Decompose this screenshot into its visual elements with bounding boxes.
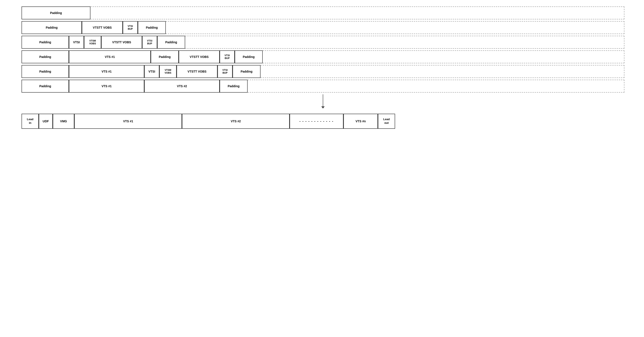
r2-vtsi-bup: VTSI BUP <box>123 21 138 34</box>
bottom-vts2: VTS #2 <box>182 114 290 129</box>
row-1: Padding <box>22 6 624 20</box>
bottom-leadout: Lead out <box>378 114 395 129</box>
bottom-vts1: VTS #1 <box>74 114 182 129</box>
bottom-dots: - - - - - - - - - - - - <box>290 114 344 129</box>
r3-padding2: Padding <box>157 36 185 49</box>
r6-vts1: VTS #1 <box>69 80 144 92</box>
r6-vts2: VTS #2 <box>144 80 220 92</box>
r3-vtsm-vobs: VTSM VOBS <box>84 36 101 49</box>
r1-extension <box>90 6 624 20</box>
arrow-line <box>323 94 323 107</box>
r5-vtsi: VTSI <box>144 65 159 78</box>
r4-vtsi-bup: VTSI BUP <box>220 50 235 63</box>
r6-extension <box>248 80 624 92</box>
bottom-vtsn: VTS #n <box>344 114 378 129</box>
arrow-head <box>321 106 325 108</box>
r6-padding: Padding <box>22 80 69 92</box>
row-3: Padding VTSI VTSM VOBS VTSTT VOBS VTSI B… <box>22 36 624 49</box>
r3-vtstt-vobs: VTSTT VOBS <box>101 36 142 49</box>
r5-vtsi-bup: VTSI BUP <box>218 65 232 78</box>
r5-vts1: VTS #1 <box>69 65 144 78</box>
bottom-bar: Lead in UDF VMG VTS #1 VTS #2 - - - - - … <box>22 114 624 129</box>
bottom-leadin: Lead in <box>22 114 39 129</box>
r3-vtsi: VTSI <box>69 36 84 49</box>
r5-extension <box>260 65 624 78</box>
r4-padding2: Padding <box>151 50 179 63</box>
r2-vtstt-vobs: VTSTT VOBS <box>82 21 123 34</box>
row-6: Padding VTS #1 VTS #2 Padding <box>22 80 624 92</box>
r4-vtstt-vobs: VTSTT VOBS <box>179 50 220 63</box>
row-5: Padding VTS #1 VTSI VTSM VOBS VTSTT VOBS… <box>22 65 624 78</box>
r2-padding2: Padding <box>138 21 166 34</box>
r4-padding: Padding <box>22 50 69 63</box>
bottom-vmg: VMG <box>53 114 74 129</box>
r5-vtstt-vobs: VTSTT VOBS <box>176 65 218 78</box>
r5-padding2: Padding <box>232 65 260 78</box>
r1-padding: Padding <box>22 6 90 20</box>
bottom-udf: UDF <box>39 114 53 129</box>
r3-vtsi-bup: VTSI BUP <box>142 36 157 49</box>
r5-vtsm-vobs: VTSM VOBS <box>159 65 176 78</box>
arrow-down-container <box>194 94 452 110</box>
row-4: Padding VTS #1 Padding VTSTT VOBS VTSI B… <box>22 50 624 63</box>
r4-vts1: VTS #1 <box>69 50 151 63</box>
r6-padding2: Padding <box>220 80 248 92</box>
r4-extension <box>263 50 624 63</box>
r3-padding: Padding <box>22 36 69 49</box>
r2-padding: Padding <box>22 21 82 34</box>
r3-extension <box>185 36 624 49</box>
r5-padding: Padding <box>22 65 69 78</box>
row-2: Padding VTSTT VOBS VTSI BUP Padding <box>22 21 624 34</box>
r2-extension <box>166 21 624 34</box>
r4-padding3: Padding <box>235 50 263 63</box>
